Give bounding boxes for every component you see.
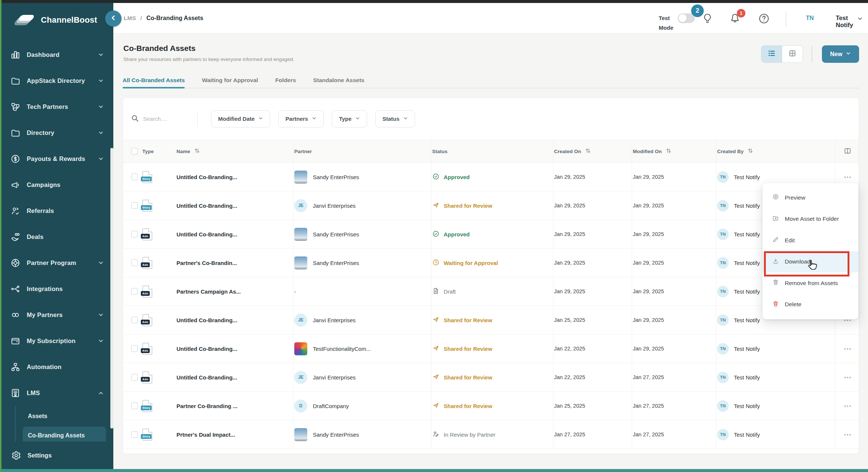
row-checkbox[interactable] xyxy=(131,259,138,266)
table-row[interactable]: AdsUntitled Co-Branding...JEJanvi Enterp… xyxy=(123,306,859,334)
asset-name[interactable]: Partner Co-Branding ... xyxy=(176,403,237,409)
table-row[interactable]: AdsPartner's Co-Brandin...Sandy EnterPri… xyxy=(123,249,859,277)
asset-name[interactable]: Prtner's Dual Impact... xyxy=(176,431,235,438)
table-row[interactable]: AdsUntitled Co-Branding...Sandy EnterPri… xyxy=(123,220,859,249)
filter-dropdown-partners[interactable]: Partners xyxy=(278,110,324,127)
app-logo[interactable]: ChannelBoost xyxy=(0,3,113,28)
row-type-cell: Story xyxy=(142,191,176,220)
sidebar-item-automation[interactable]: Automation xyxy=(0,354,113,380)
modified-on-value: Jan 27, 2025 xyxy=(633,374,664,380)
new-button[interactable]: New xyxy=(822,45,859,63)
sort-icon[interactable] xyxy=(585,148,591,155)
sidebar-item-campaigns[interactable]: Campaigns xyxy=(0,172,113,198)
sidebar-item-referrals[interactable]: Referrals xyxy=(0,198,113,224)
row-checkbox[interactable] xyxy=(131,231,138,237)
sidebar-item-directory[interactable]: Directory xyxy=(0,120,113,146)
table-row[interactable]: StoryPrtner's Dual Impact...Sandy EnterP… xyxy=(123,420,859,449)
chevron-down-icon xyxy=(403,116,408,122)
asset-name[interactable]: Untitled Co-Branding... xyxy=(176,374,237,381)
sidebar-collapse-button[interactable] xyxy=(105,10,122,27)
file-type-badge: Ads xyxy=(141,348,150,353)
help-icon[interactable] xyxy=(758,13,770,26)
row-actions-button[interactable]: ⋯ xyxy=(844,430,852,439)
sidebar-item-my-subscription[interactable]: My Subscription xyxy=(0,328,113,354)
sidebar-item-dashboard[interactable]: Dashboard xyxy=(0,42,113,68)
row-checkbox[interactable] xyxy=(131,374,138,381)
tab-waiting-for-approval[interactable]: Waiting for Approval xyxy=(202,73,258,88)
table-row[interactable]: AdsUntitled Co-Branding...TestFunctional… xyxy=(123,334,859,363)
menu-item-preview[interactable]: Preview xyxy=(762,187,858,208)
sidebar-item-appstack-directory[interactable]: AppStack Directory xyxy=(0,68,113,94)
select-all-checkbox[interactable] xyxy=(131,148,138,155)
search-box xyxy=(131,114,197,123)
sidebar-item-deals[interactable]: Deals xyxy=(0,224,113,250)
assets-card: Modified DatePartnersTypeStatus TypeName… xyxy=(123,97,859,454)
table-row[interactable]: AdsPartners Campaign As...-DraftJan 29, … xyxy=(123,277,859,306)
row-checkbox[interactable] xyxy=(131,431,138,438)
row-checkbox[interactable] xyxy=(131,174,138,180)
row-actions-cell: ⋯ xyxy=(835,363,859,391)
row-actions-button[interactable]: ⋯ xyxy=(844,373,852,382)
filter-dropdown-modified-date[interactable]: Modified Date xyxy=(211,110,270,127)
row-actions-button[interactable]: ⋯ xyxy=(844,172,852,181)
table-row[interactable]: StoryPartner Co-Branding ...DDraftCompan… xyxy=(123,392,859,420)
sidebar-item-integrations[interactable]: Integrations xyxy=(0,276,113,302)
filter-dropdown-type[interactable]: Type xyxy=(332,110,367,127)
search-input[interactable] xyxy=(143,116,191,122)
sort-icon[interactable] xyxy=(194,148,200,155)
creator-avatar: TN xyxy=(717,286,729,297)
sort-icon[interactable] xyxy=(747,148,754,155)
row-checkbox[interactable] xyxy=(131,202,138,209)
table-row[interactable]: StoryUntitled Co-Branding...Sandy EnterP… xyxy=(123,163,859,191)
grid-view-button[interactable] xyxy=(782,46,803,62)
tab-all-co-branded-assets[interactable]: All Co-Branded Assets xyxy=(123,73,185,88)
tab-standalone-assets[interactable]: Standalone Assets xyxy=(313,73,365,88)
row-actions-button[interactable]: ⋯ xyxy=(844,401,852,410)
sidebar-item-my-partners[interactable]: My Partners xyxy=(0,302,113,328)
status-label: Shared for Review xyxy=(444,346,492,352)
asset-name[interactable]: Partner's Co-Brandin... xyxy=(176,260,237,266)
column-header-label: Name xyxy=(176,149,190,154)
row-actions-button[interactable]: ⋯ xyxy=(844,344,852,353)
file-type-badge: Ads xyxy=(141,262,150,267)
sidebar-item-lms[interactable]: LMS xyxy=(0,380,113,406)
row-checkbox[interactable] xyxy=(131,317,138,323)
columns-icon[interactable] xyxy=(844,147,851,156)
filter-dropdowns: Modified DatePartnersTypeStatus xyxy=(203,110,415,127)
lightbulb-icon[interactable] xyxy=(702,13,713,26)
menu-item-move-asset-to-folder[interactable]: Move Asset to Folder xyxy=(762,208,858,230)
sidebar-subitem-assets[interactable]: Assets xyxy=(16,406,113,427)
menu-item-download[interactable]: Download xyxy=(762,251,858,273)
asset-name[interactable]: Untitled Co-Branding... xyxy=(176,346,237,352)
asset-name[interactable]: Untitled Co-Branding... xyxy=(176,203,237,209)
menu-item-edit[interactable]: Edit xyxy=(762,230,858,251)
chevron-down-icon[interactable] xyxy=(857,16,863,23)
sort-icon[interactable] xyxy=(665,148,672,155)
sidebar-item-payouts-rewards[interactable]: Payouts & Rewards xyxy=(0,146,113,172)
select-all-checkbox-cell xyxy=(123,140,142,162)
sidebar-item-settings[interactable]: Settings xyxy=(0,442,113,469)
filter-dropdown-status[interactable]: Status xyxy=(375,110,415,127)
asset-name[interactable]: Partners Campaign As... xyxy=(176,288,241,295)
menu-item-remove-from-assets[interactable]: Remove from Assets xyxy=(762,272,858,294)
sidebar-item-tech-partners[interactable]: Tech Partners xyxy=(0,94,113,120)
table-row[interactable]: AdsUntitled Co-Branding...JEJanvi Enterp… xyxy=(123,363,859,392)
sidebar-item-partner-program[interactable]: Partner Program xyxy=(0,250,113,276)
row-created-on-cell: Jan 29, 2025 xyxy=(553,220,632,248)
row-checkbox[interactable] xyxy=(131,345,138,352)
sidebar: ChannelBoost DashboardAppStack Directory… xyxy=(0,3,113,469)
user-name[interactable]: Test Notify xyxy=(836,14,853,29)
menu-item-delete[interactable]: Delete xyxy=(762,294,858,316)
breadcrumb-section[interactable]: LMS xyxy=(124,15,136,22)
creator-avatar: TN xyxy=(717,171,729,183)
sidebar-scrollbar[interactable] xyxy=(110,148,113,429)
row-checkbox[interactable] xyxy=(131,403,138,409)
table-row[interactable]: StoryUntitled Co-Branding...JEJanvi Ente… xyxy=(123,191,859,220)
tab-folders[interactable]: Folders xyxy=(275,73,296,88)
row-checkbox[interactable] xyxy=(131,288,138,295)
asset-name[interactable]: Untitled Co-Branding... xyxy=(176,231,237,237)
asset-name[interactable]: Untitled Co-Branding... xyxy=(176,317,237,323)
asset-name[interactable]: Untitled Co-Branding... xyxy=(176,174,237,180)
list-view-button[interactable] xyxy=(761,46,782,62)
row-checkbox-cell xyxy=(123,163,142,191)
